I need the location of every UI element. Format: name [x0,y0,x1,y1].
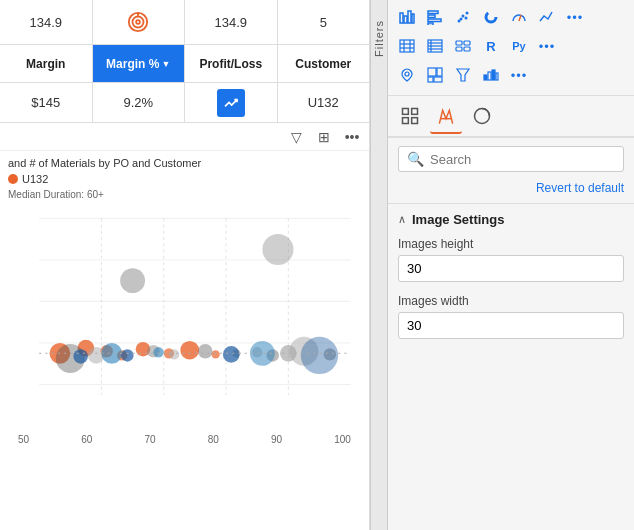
svg-rect-69 [456,47,462,51]
data-profit-loss [185,83,278,122]
svg-point-51 [462,15,465,18]
collapse-icon: ∧ [398,213,406,226]
search-icon: 🔍 [407,151,424,167]
sort-arrow: ▼ [161,59,170,69]
svg-point-40 [262,234,293,265]
image-settings-header[interactable]: ∧ Image Settings [398,212,624,227]
svg-point-20 [211,350,219,358]
svg-rect-80 [496,73,498,80]
ellipsis-icon-row3[interactable]: ••• [506,62,532,88]
svg-point-71 [405,72,409,76]
r-icon[interactable]: R [478,33,504,59]
revert-row: Revert to default [388,176,634,203]
svg-point-54 [465,17,468,20]
svg-point-37 [223,346,240,363]
svg-point-34 [101,343,122,364]
svg-point-2 [136,20,140,24]
legend-label: U132 [22,173,48,185]
svg-rect-67 [456,41,462,45]
svg-point-25 [169,349,179,359]
waterfall-icon[interactable] [478,62,504,88]
images-height-label: Images height [398,237,624,251]
format-icon[interactable] [430,102,462,134]
svg-rect-73 [437,68,442,76]
svg-point-33 [73,349,88,364]
data-margin: $145 [0,83,93,122]
svg-rect-81 [403,109,409,115]
svg-rect-45 [412,14,414,23]
svg-rect-48 [428,19,441,22]
action-row: ▽ ⊞ ••• [0,123,369,151]
svg-rect-57 [400,40,414,52]
analytics-icon[interactable] [466,100,498,132]
filter-icon[interactable]: ▽ [285,126,307,148]
svg-point-26 [198,344,213,359]
table-header-row: Margin Margin % ▼ Profit/Loss Customer [0,45,369,83]
fields-icon[interactable] [394,100,426,132]
header-customer: Customer [278,45,370,82]
bottom-toolbar [388,96,634,138]
filters-tab[interactable]: Filters [370,0,388,530]
chart-title: and # of Materials by PO and Customer [8,157,361,169]
top-cell-3: 134.9 [185,0,278,44]
visualizations-grid: ••• R Py ••• [388,0,634,96]
table-icon[interactable] [394,33,420,59]
svg-point-52 [466,12,469,15]
scatter-chart [8,202,361,432]
table-data-row: $145 9.2% U132 [0,83,369,123]
more-vis-icon[interactable]: ••• [562,4,588,30]
donut-icon[interactable] [478,4,504,30]
svg-point-39 [301,337,338,374]
header-margin-pct: Margin % ▼ [93,45,186,82]
python-icon[interactable]: Py [506,33,532,59]
image-settings-section: ∧ Image Settings Images height Images wi… [388,212,634,351]
top-cell-1: 134.9 [0,0,93,44]
svg-point-55 [486,12,496,22]
icon-row-3: ••• [394,62,628,88]
legend-dot-orange [8,174,18,184]
svg-rect-84 [412,118,418,124]
left-panel: 134.9 134.9 5 Margin Margin % ▼ Profit/L… [0,0,370,530]
map-icon[interactable] [394,62,420,88]
trend-up-icon [217,89,245,117]
data-margin-pct: 9.2% [93,83,186,122]
svg-rect-79 [492,70,495,80]
svg-rect-47 [428,15,435,18]
tree-icon[interactable] [422,62,448,88]
svg-rect-70 [464,47,470,51]
svg-rect-74 [428,77,433,82]
search-input[interactable] [430,152,615,167]
svg-rect-78 [488,72,491,80]
scatter-icon[interactable] [450,4,476,30]
svg-line-56 [519,15,521,21]
bar-chart-icon[interactable] [422,4,448,30]
matrix-icon[interactable] [422,33,448,59]
funnel-icon[interactable] [450,62,476,88]
images-width-input[interactable] [398,312,624,339]
revert-to-default-link[interactable]: Revert to default [536,181,624,195]
svg-point-53 [460,18,463,21]
svg-rect-44 [408,11,411,23]
images-height-input[interactable] [398,255,624,282]
chart-section: and # of Materials by PO and Customer U1… [0,151,369,446]
grid-chart-icon[interactable] [394,4,420,30]
gauge-icon[interactable] [506,4,532,30]
section-title: Image Settings [412,212,504,227]
svg-point-21 [120,268,145,293]
svg-point-35 [121,349,133,361]
more-options-icon[interactable]: ••• [341,126,363,148]
svg-point-19 [180,341,199,360]
line-chart-icon[interactable] [534,4,560,30]
svg-rect-83 [403,118,409,124]
expand-icon[interactable]: ⊞ [313,126,335,148]
card-icon[interactable] [450,33,476,59]
svg-point-1 [133,17,144,28]
data-customer: U132 [278,83,370,122]
header-margin: Margin [0,45,93,82]
header-profit-loss: Profit/Loss [185,45,278,82]
icon-row-2: R Py ••• [394,33,628,59]
svg-point-36 [153,347,163,357]
top-cell-2 [93,0,186,44]
legend-item: U132 [8,173,361,185]
more-icon-row2[interactable]: ••• [534,33,560,59]
